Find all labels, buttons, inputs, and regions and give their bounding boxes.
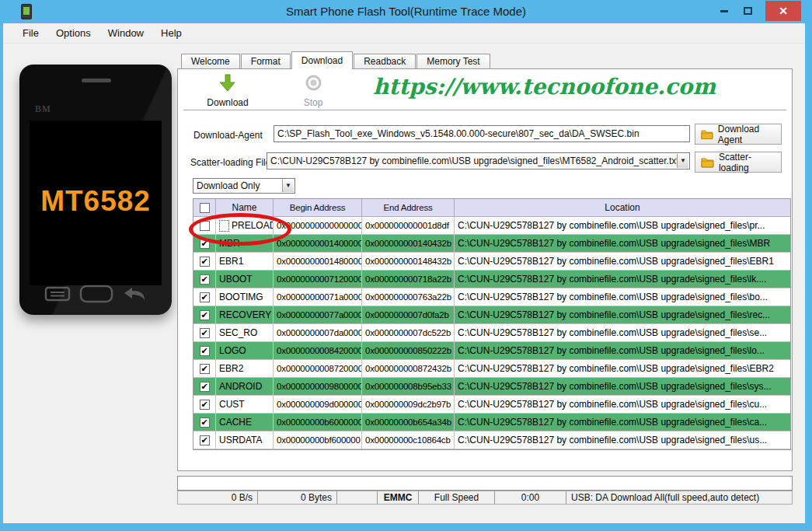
folder-icon [701, 157, 714, 168]
checked-checkbox[interactable]: ✔ [200, 257, 210, 267]
checked-checkbox[interactable]: ✔ [200, 435, 210, 445]
menu-item-help[interactable]: Help [152, 24, 190, 42]
checked-checkbox[interactable]: ✔ [200, 346, 210, 356]
partition-name: UBOOT [219, 271, 253, 288]
cell-end-address: 0x00000000b654a34b [362, 414, 455, 431]
table-row-sec_ro[interactable]: ✔SEC_RO0x0000000007da00000x0000000007dc5… [193, 324, 790, 342]
partition-name: ANDROID [219, 378, 262, 395]
unchecked-checkbox[interactable] [200, 221, 210, 231]
table-row-android[interactable]: ✔ANDROID0x00000000098000000x000000008b95… [193, 378, 790, 396]
scatter-loading-button[interactable]: Scatter-loading [695, 152, 782, 173]
stop-button-label: Stop [304, 97, 323, 108]
checked-checkbox[interactable]: ✔ [200, 310, 210, 320]
cell-begin-address: 0x0000000001400000 [274, 235, 362, 252]
checked-checkbox[interactable]: ✔ [200, 382, 210, 392]
title-bar: Smart Phone Flash Tool(Runtime Trace Mod… [0, 0, 812, 23]
menu-item-options[interactable]: Options [47, 24, 99, 42]
cell-end-address: 0x000000008b95eb33 [362, 378, 455, 395]
checked-checkbox[interactable]: ✔ [200, 292, 210, 302]
minimize-button[interactable] [713, 1, 736, 21]
maximize-button[interactable] [736, 1, 759, 21]
window-border-bottom [0, 523, 812, 531]
status-speed: 0 B/s [178, 491, 258, 504]
table-row-usrdata[interactable]: ✔USRDATA0x00000000bf6000000x00000000c108… [193, 431, 790, 449]
table-row-cache[interactable]: ✔CACHE0x00000000b60000000x00000000b654a3… [193, 414, 790, 431]
cell-name: EBR2 [216, 360, 274, 377]
tab-download[interactable]: Download [291, 51, 353, 69]
checked-checkbox[interactable]: ✔ [200, 328, 210, 338]
cell-name: PRELOADER [216, 217, 274, 234]
cell-name: MBR [216, 235, 274, 252]
table-row-bootimg[interactable]: ✔BOOTIMG0x00000000071a00000x000000000763… [193, 288, 790, 306]
table-row-ebr2[interactable]: ✔EBR20x00000000087200000x000000000872432… [193, 360, 790, 378]
cell-begin-address: 0x00000000077a0000 [274, 306, 362, 323]
close-button[interactable]: ✕ [765, 1, 801, 21]
row-checkbox-cell[interactable]: ✔ [193, 235, 216, 252]
row-checkbox-cell[interactable]: ✔ [193, 253, 216, 270]
tab-memory-test[interactable]: Memory Test [416, 54, 490, 69]
menu-item-window[interactable]: Window [99, 24, 152, 42]
header-end-address[interactable]: End Address [362, 199, 455, 216]
row-checkbox-cell[interactable]: ✔ [193, 360, 216, 377]
cell-begin-address: 0x00000000071a0000 [274, 288, 362, 306]
download-button[interactable]: Download [194, 74, 261, 109]
cell-location: C:\CUN-U29C578B127 by combinefile.com\US… [455, 360, 790, 377]
table-row-uboot[interactable]: ✔UBOOT0x00000000071200000x000000000718a2… [193, 271, 790, 288]
scatter-file-combobox[interactable]: C:\CUN-U29C578B127 by combinefile.com\US… [267, 152, 690, 169]
table-row-recovery[interactable]: ✔RECOVERY0x00000000077a00000x0000000007d… [193, 306, 790, 324]
cell-location: C:\CUN-U29C578B127 by combinefile.com\US… [455, 342, 790, 359]
checked-checkbox[interactable]: ✔ [200, 364, 210, 374]
cell-end-address: 0x000000000872432b [362, 360, 455, 377]
header-location[interactable]: Location [455, 199, 790, 216]
tab-format[interactable]: Format [241, 54, 291, 69]
row-checkbox-cell[interactable]: ✔ [193, 324, 216, 341]
cell-end-address: 0x00000000c10864cb [362, 431, 455, 449]
row-checkbox-cell[interactable]: ✔ [193, 288, 216, 306]
cell-end-address: 0x000000000718a22b [362, 271, 455, 288]
row-checkbox-cell[interactable]: ✔ [193, 342, 216, 359]
header-checkbox-cell[interactable] [193, 199, 216, 216]
download-arrow-icon [219, 74, 236, 93]
tab-welcome[interactable]: Welcome [181, 54, 240, 69]
menu-item-file[interactable]: File [14, 24, 47, 42]
download-agent-button[interactable]: Download Agent [695, 124, 782, 145]
checked-checkbox[interactable]: ✔ [200, 417, 210, 428]
phone-image: BM MT6582 [19, 65, 172, 315]
download-agent-input[interactable]: C:\SP_Flash_Tool_exe_Windows_v5.1548.00.… [274, 125, 690, 142]
stop-button[interactable]: Stop [280, 74, 347, 109]
cell-end-address: 0x000000000148432b [362, 253, 455, 270]
cell-location: C:\CUN-U29C578B127 by combinefile.com\US… [455, 378, 790, 395]
row-checkbox-cell[interactable]: ✔ [193, 306, 216, 323]
row-checkbox-cell[interactable] [193, 217, 216, 234]
chevron-down-icon[interactable]: ▼ [282, 180, 294, 192]
partition-name: MBR [219, 235, 240, 252]
tab-readback[interactable]: Readback [354, 54, 416, 69]
cell-begin-address: 0x000000009d000000 [274, 396, 362, 413]
cell-begin-address: 0x0000000007120000 [274, 271, 362, 288]
download-button-label: Download [207, 97, 248, 108]
row-checkbox-cell[interactable]: ✔ [193, 414, 216, 431]
table-row-cust[interactable]: ✔CUST0x000000009d0000000x000000009dc2b97… [193, 396, 790, 414]
checked-checkbox[interactable]: ✔ [200, 239, 210, 249]
cell-name: SEC_RO [216, 324, 274, 341]
table-row-ebr1[interactable]: ✔EBR10x00000000014800000x000000000148432… [193, 253, 790, 271]
table-row-logo[interactable]: ✔LOGO0x00000000084200000x000000000850222… [193, 342, 790, 360]
row-checkbox-cell[interactable]: ✔ [193, 378, 216, 395]
row-checkbox-cell[interactable]: ✔ [193, 396, 216, 413]
chevron-down-icon[interactable]: ▼ [677, 154, 688, 168]
watermark-text: https://www.tecnoofone.com [373, 74, 707, 100]
stop-icon [305, 74, 322, 93]
table-row-mbr[interactable]: ✔MBR0x00000000014000000x000000000140432b… [193, 235, 790, 253]
table-row-preloader[interactable]: PRELOADER0x00000000000000000x00000000000… [193, 217, 790, 235]
row-checkbox-cell[interactable]: ✔ [193, 431, 216, 449]
status-bytes: 0 Bytes [258, 491, 337, 504]
checked-checkbox[interactable]: ✔ [200, 274, 210, 285]
select-all-checkbox[interactable] [200, 203, 210, 213]
download-mode-select[interactable]: Download Only ▼ [193, 178, 295, 194]
partition-name: LOGO [219, 342, 246, 359]
cell-begin-address: 0x0000000001480000 [274, 253, 362, 270]
checked-checkbox[interactable]: ✔ [200, 400, 210, 410]
header-name[interactable]: Name [216, 199, 274, 216]
header-begin-address[interactable]: Begin Address [274, 199, 362, 216]
row-checkbox-cell[interactable]: ✔ [193, 271, 216, 288]
